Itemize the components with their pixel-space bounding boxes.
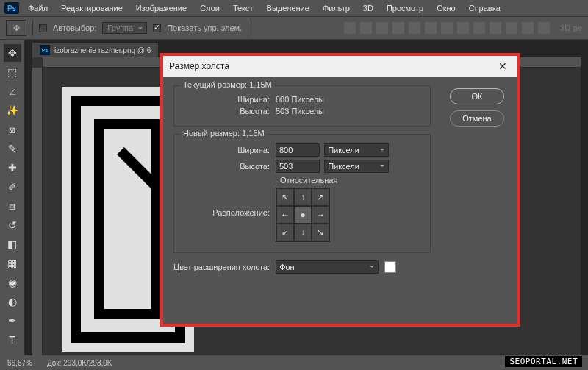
- align-icon[interactable]: [473, 22, 485, 34]
- anchor-ne[interactable]: ↗: [312, 188, 329, 206]
- anchor-sw[interactable]: ↙: [276, 224, 294, 241]
- canvas-size-dialog: Размер холста ✕ ОК Отмена Текущий размер…: [163, 56, 517, 324]
- current-height-value: 503 Пикселы: [276, 107, 324, 115]
- new-size-section: Новый размер: 1,15M Ширина: Пиксели Высо…: [173, 134, 431, 253]
- toolbox: ✥ ⬚ ⟀ ✨ ⟏ ✎ ✚ ✐ ⧈ ↺ ◧ ▦ ◉ ◐ ✒ T: [0, 40, 25, 355]
- brush-tool[interactable]: ✐: [4, 178, 21, 196]
- anchor-center[interactable]: ●: [294, 206, 312, 224]
- align-icon[interactable]: [409, 22, 420, 34]
- status-bar: 66,67% Док: 293,0K/293,0K: [0, 355, 588, 370]
- align-icon[interactable]: [344, 22, 356, 34]
- align-icon[interactable]: [441, 22, 453, 34]
- anchor-grid: ↖ ↑ ↗ ← ● → ↙ ↓ ↘: [276, 188, 330, 242]
- move-tool-icon[interactable]: ✥: [6, 20, 26, 36]
- menu-select[interactable]: Выделение: [262, 2, 314, 14]
- dialog-body: ОК Отмена Текущий размер: 1,15M Ширина: …: [163, 77, 517, 324]
- image-shape: [94, 119, 162, 319]
- autoselect-checkbox[interactable]: [39, 24, 47, 32]
- showcontrols-checkbox[interactable]: [153, 24, 161, 32]
- menu-help[interactable]: Справка: [465, 2, 505, 14]
- extension-color-swatch[interactable]: [384, 261, 396, 273]
- separator: [32, 20, 33, 36]
- history-brush-tool[interactable]: ↺: [4, 216, 21, 234]
- menu-file[interactable]: Файл: [24, 2, 52, 14]
- extension-color-label: Цвет расширения холста:: [173, 263, 270, 271]
- height-unit-select[interactable]: Пиксели: [324, 160, 389, 173]
- width-unit-select[interactable]: Пиксели: [324, 143, 389, 157]
- menu-type[interactable]: Текст: [229, 2, 258, 14]
- menu-window[interactable]: Окно: [432, 2, 460, 14]
- document-tab[interactable]: Ps izobrazhenie-razmer.png @ 6: [32, 43, 158, 57]
- zoom-level[interactable]: 66,67%: [7, 359, 32, 367]
- align-icon[interactable]: [522, 22, 534, 34]
- separator: [248, 20, 248, 36]
- width-input[interactable]: [276, 143, 320, 157]
- align-icon[interactable]: [490, 22, 501, 34]
- anchor-e[interactable]: →: [312, 206, 329, 224]
- options-bar: ✥ Автовыбор: Группа Показать упр. элем. …: [0, 16, 588, 40]
- eraser-tool[interactable]: ◧: [4, 235, 21, 253]
- align-icon[interactable]: [538, 22, 550, 34]
- ruler-vertical[interactable]: [32, 68, 43, 355]
- menu-view[interactable]: Просмотр: [382, 2, 428, 14]
- height-input[interactable]: [276, 160, 320, 173]
- align-icon[interactable]: [457, 22, 469, 34]
- dodge-tool[interactable]: ◐: [4, 293, 21, 310]
- new-width-label: Ширина:: [182, 146, 270, 154]
- autoselect-label: Автовыбор:: [53, 24, 96, 32]
- app-logo: Ps: [4, 2, 19, 14]
- blur-tool[interactable]: ◉: [4, 274, 21, 291]
- crop-tool[interactable]: ⟏: [4, 121, 21, 138]
- align-icon[interactable]: [360, 22, 372, 34]
- 3d-mode-label: 3D-ре: [560, 24, 582, 32]
- gradient-tool[interactable]: ▦: [4, 255, 21, 272]
- relative-label: Относительная: [280, 176, 337, 185]
- align-icon[interactable]: [425, 22, 437, 34]
- close-icon[interactable]: ✕: [494, 60, 512, 72]
- extension-color-select[interactable]: Фон: [276, 260, 379, 274]
- pen-tool[interactable]: ✒: [4, 312, 21, 330]
- highlight-frame: Размер холста ✕ ОК Отмена Текущий размер…: [160, 53, 520, 327]
- lasso-tool[interactable]: ⟀: [4, 82, 21, 100]
- dialog-title: Размер холста: [169, 61, 229, 71]
- eyedropper-tool[interactable]: ✎: [4, 140, 21, 157]
- width-label: Ширина:: [182, 95, 270, 104]
- dialog-buttons: ОК Отмена: [450, 88, 504, 127]
- cancel-button[interactable]: Отмена: [450, 110, 504, 127]
- menu-image[interactable]: Изображение: [132, 2, 191, 14]
- watermark: SEOPORTAL.NET: [505, 356, 582, 367]
- menu-bar: Ps Файл Редактирование Изображение Слои …: [0, 0, 588, 16]
- menu-filter[interactable]: Фильтр: [318, 2, 354, 14]
- anchor-w[interactable]: ←: [276, 206, 294, 224]
- new-size-legend: Новый размер: 1,15M: [180, 129, 268, 138]
- anchor-nw[interactable]: ↖: [276, 188, 294, 206]
- new-height-label: Высота:: [182, 162, 270, 171]
- anchor-n[interactable]: ↑: [294, 188, 312, 206]
- showcontrols-label: Показать упр. элем.: [167, 24, 242, 32]
- move-tool[interactable]: ✥: [4, 44, 21, 62]
- current-size-legend: Текущий размер: 1,15M: [180, 80, 275, 89]
- height-label: Высота:: [182, 107, 270, 115]
- anchor-label: Расположение:: [182, 188, 270, 217]
- ps-thumb-icon: Ps: [40, 45, 50, 55]
- align-icon[interactable]: [376, 22, 388, 34]
- menu-edit[interactable]: Редактирование: [57, 2, 127, 14]
- anchor-s[interactable]: ↓: [294, 224, 312, 241]
- ok-button[interactable]: ОК: [450, 88, 504, 104]
- autoselect-dropdown[interactable]: Группа: [102, 22, 147, 34]
- current-size-section: Текущий размер: 1,15M Ширина: 800 Пиксел…: [173, 85, 431, 127]
- extension-color-row: Цвет расширения холста: Фон: [173, 260, 507, 274]
- document-tab-label: izobrazhenie-razmer.png @ 6: [54, 46, 151, 54]
- wand-tool[interactable]: ✨: [4, 102, 21, 119]
- stamp-tool[interactable]: ⧈: [4, 197, 21, 215]
- align-icon[interactable]: [506, 22, 517, 34]
- healing-tool[interactable]: ✚: [4, 159, 21, 177]
- type-tool[interactable]: T: [4, 331, 21, 349]
- align-icon[interactable]: [392, 22, 404, 34]
- current-width-value: 800 Пикселы: [276, 95, 324, 104]
- menu-3d[interactable]: 3D: [359, 2, 378, 14]
- marquee-tool[interactable]: ⬚: [4, 63, 21, 81]
- dialog-titlebar[interactable]: Размер холста ✕: [163, 56, 517, 77]
- anchor-se[interactable]: ↘: [312, 224, 329, 241]
- menu-layer[interactable]: Слои: [196, 2, 224, 14]
